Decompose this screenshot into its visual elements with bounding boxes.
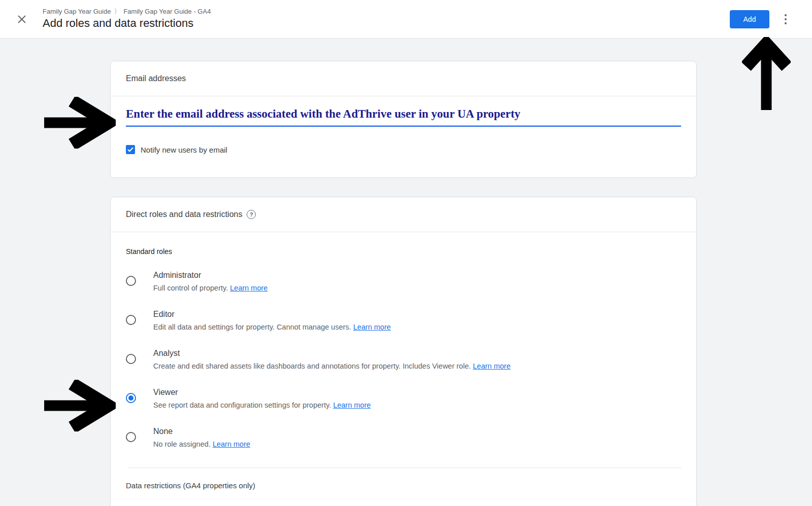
role-name: Analyst (153, 347, 511, 359)
breadcrumb-property: Family Gap Year Guide (43, 8, 111, 15)
help-icon[interactable]: ? (247, 210, 256, 219)
input-underline (126, 125, 681, 127)
role-description: No role assigned. (153, 440, 211, 448)
add-button[interactable]: Add (730, 10, 769, 28)
role-description: See report data and configuration settin… (153, 401, 331, 409)
roles-list: Administrator Full control of property. … (126, 269, 681, 450)
page-title: Add roles and data restrictions (43, 16, 211, 31)
annotation-arrow-right-viewer-icon (44, 380, 116, 431)
notify-checkbox[interactable] (126, 145, 135, 154)
role-radio[interactable] (126, 432, 136, 442)
more-options-icon[interactable] (783, 12, 789, 26)
breadcrumb: Family Gap Year Guide〉Family Gap Year Gu… (43, 7, 211, 16)
standard-roles-label: Standard roles (126, 247, 681, 256)
close-icon[interactable] (15, 13, 28, 26)
role-radio[interactable] (126, 315, 136, 325)
learn-more-link[interactable]: Learn more (333, 401, 370, 409)
breadcrumb-stream: Family Gap Year Guide - GA4 (123, 8, 211, 15)
roles-card-title: Direct roles and data restrictions (126, 210, 242, 219)
role-radio[interactable] (126, 393, 136, 403)
learn-more-link[interactable]: Learn more (213, 440, 250, 448)
role-description: Full control of property. (153, 284, 228, 292)
roles-card-body: Standard roles Administrator Full contro… (111, 232, 696, 490)
role-name: Administrator (153, 269, 267, 281)
notify-checkbox-label: Notify new users by email (141, 146, 227, 154)
role-name: None (153, 425, 250, 438)
role-option-viewer[interactable]: Viewer See report data and configuration… (126, 386, 681, 411)
role-option-analyst[interactable]: Analyst Create and edit shared assets li… (126, 347, 681, 372)
annotation-arrow-right-email-icon (44, 97, 116, 149)
role-radio[interactable] (126, 276, 136, 286)
email-address-input[interactable]: Enter the email address associated with … (126, 107, 681, 127)
annotation-arrow-up-add-icon (742, 37, 791, 110)
role-option-none[interactable]: None No role assigned. Learn more (126, 425, 681, 450)
checkmark-icon (127, 147, 133, 152)
roles-card-header: Direct roles and data restrictions ? (111, 197, 696, 232)
role-description: Edit all data and settings for property.… (153, 323, 351, 331)
role-option-editor[interactable]: Editor Edit all data and settings for pr… (126, 308, 681, 333)
email-input-value: Enter the email address associated with … (126, 107, 681, 121)
section-divider (128, 467, 681, 468)
email-card-body: Enter the email address associated with … (111, 96, 696, 154)
learn-more-link[interactable]: Learn more (473, 362, 511, 370)
data-restrictions-header: Data restrictions (GA4 properties only) (126, 481, 681, 490)
close-x-glyph (17, 14, 27, 24)
add-roles-dialog: Family Gap Year Guide〉Family Gap Year Gu… (0, 0, 812, 506)
role-option-administrator[interactable]: Administrator Full control of property. … (126, 269, 681, 294)
learn-more-link[interactable]: Learn more (230, 284, 267, 292)
role-radio[interactable] (126, 354, 136, 364)
title-block: Family Gap Year Guide〉Family Gap Year Gu… (43, 7, 211, 31)
learn-more-link[interactable]: Learn more (353, 323, 391, 331)
role-description: Create and edit shared assets like dashb… (153, 362, 471, 370)
role-name: Editor (153, 308, 391, 320)
dialog-header: Family Gap Year Guide〉Family Gap Year Gu… (0, 0, 812, 39)
role-name: Viewer (153, 386, 371, 399)
notify-row: Notify new users by email (126, 145, 681, 154)
email-card-header: Email addresses (111, 61, 696, 96)
breadcrumb-separator: 〉 (114, 8, 120, 15)
email-addresses-card: Email addresses Enter the email address … (110, 61, 697, 178)
roles-card: Direct roles and data restrictions ? Sta… (110, 197, 697, 506)
